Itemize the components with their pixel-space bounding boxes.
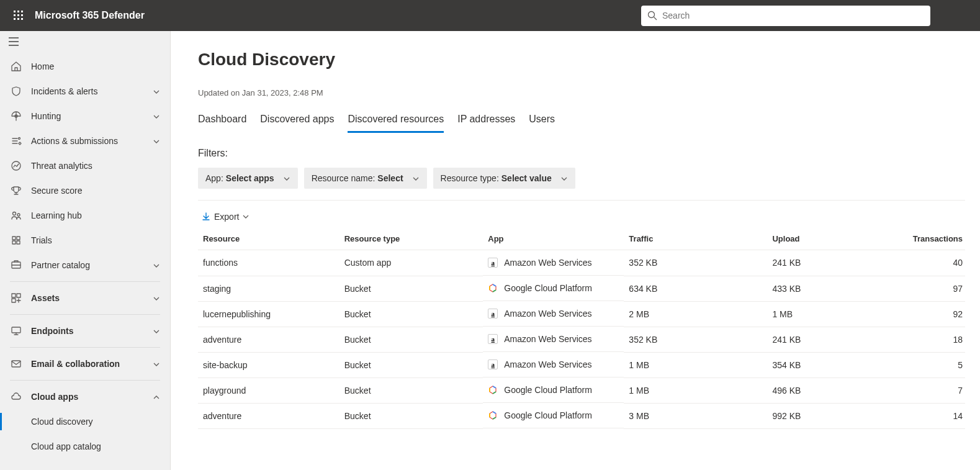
table-row[interactable]: site-backupBucketAmazon Web Services1 MB… xyxy=(198,352,965,377)
sidebar-item-hunting[interactable]: Hunting xyxy=(0,104,170,129)
sidebar-item-learning-hub[interactable]: Learning hub xyxy=(0,203,170,228)
cell-transactions: 5 xyxy=(908,352,965,377)
column-header-upload[interactable]: Upload xyxy=(767,228,907,250)
svg-rect-0 xyxy=(14,11,16,12)
page-title: Cloud Discovery xyxy=(198,50,965,70)
cell-traffic: 634 KB xyxy=(624,276,767,301)
cell-app: Google Cloud Platform xyxy=(483,276,624,301)
tab-discovered-apps[interactable]: Discovered apps xyxy=(260,109,334,133)
sidebar-item-label: Home xyxy=(31,61,160,71)
cell-resource: playground xyxy=(198,377,339,403)
sidebar-item-label: Partner catalog xyxy=(31,260,153,270)
chevron-down-icon xyxy=(153,293,160,303)
table-row[interactable]: adventureBucketAmazon Web Services352 KB… xyxy=(198,327,965,352)
email-icon xyxy=(10,358,22,370)
chevron-down-icon xyxy=(412,173,420,183)
sidebar-item-home[interactable]: Home xyxy=(0,54,170,79)
cell-app: Amazon Web Services xyxy=(483,327,624,352)
svg-point-9 xyxy=(649,12,655,18)
chevron-down-icon xyxy=(153,136,160,146)
table-row[interactable]: playgroundBucketGoogle Cloud Platform1 M… xyxy=(198,377,965,403)
column-header-transactions[interactable]: Transactions xyxy=(908,228,965,250)
sidebar-item-assets[interactable]: Assets xyxy=(0,286,170,310)
table-row[interactable]: functionsCustom appAmazon Web Services35… xyxy=(198,250,965,276)
filter-row: App:Select appsResource name:SelectResou… xyxy=(198,168,965,201)
sidebar-item-endpoints[interactable]: Endpoints xyxy=(0,319,170,343)
cell-resource: staging xyxy=(198,276,339,301)
nav-divider xyxy=(10,314,160,315)
svg-line-10 xyxy=(654,17,657,20)
table-row[interactable]: lucernepublishingBucketAmazon Web Servic… xyxy=(198,301,965,327)
export-button[interactable]: Export xyxy=(202,212,249,222)
trials-icon xyxy=(10,234,22,246)
svg-point-15 xyxy=(19,138,20,140)
sidebar-item-incidents-alerts[interactable]: Incidents & alerts xyxy=(0,79,170,104)
cell-upload: 354 KB xyxy=(767,352,907,377)
download-icon xyxy=(202,212,210,221)
table-row[interactable]: adventureBucketGoogle Cloud Platform3 MB… xyxy=(198,403,965,428)
filter-app-[interactable]: App:Select apps xyxy=(198,168,298,189)
search-box[interactable] xyxy=(641,6,930,26)
svg-rect-25 xyxy=(17,294,20,297)
target-icon xyxy=(10,110,22,122)
aws-icon xyxy=(488,309,498,319)
sidebar-item-label: Incidents & alerts xyxy=(31,86,153,96)
sidebar-item-threat-analytics[interactable]: Threat analytics xyxy=(0,153,170,178)
cell-transactions: 40 xyxy=(908,250,965,276)
analytics-icon xyxy=(10,160,22,172)
sidebar-item-cloud-discovery[interactable]: Cloud discovery xyxy=(0,409,170,434)
resources-table: ResourceResource typeAppTrafficUploadTra… xyxy=(198,228,965,429)
tab-discovered-resources[interactable]: Discovered resources xyxy=(348,109,444,133)
svg-rect-26 xyxy=(12,299,16,302)
column-header-traffic[interactable]: Traffic xyxy=(624,228,767,250)
sidebar-toggle[interactable] xyxy=(0,31,170,54)
column-header-app[interactable]: App xyxy=(483,228,624,250)
cell-upload: 433 KB xyxy=(767,276,907,301)
filter-value: Select apps xyxy=(226,173,274,183)
sidebar-item-label: Endpoints xyxy=(31,326,153,336)
svg-point-18 xyxy=(17,214,20,216)
shield-icon xyxy=(10,85,22,97)
tab-bar: DashboardDiscovered appsDiscovered resou… xyxy=(198,109,965,133)
cell-type: Bucket xyxy=(339,327,483,352)
sidebar-item-secure-score[interactable]: Secure score xyxy=(0,178,170,203)
cell-traffic: 352 KB xyxy=(624,327,767,352)
sidebar-item-cloud-apps[interactable]: Cloud apps xyxy=(0,384,170,409)
cloud-icon xyxy=(10,391,22,403)
aws-icon xyxy=(488,359,498,369)
partner-icon xyxy=(10,259,22,271)
filter-resource-name-[interactable]: Resource name:Select xyxy=(304,168,427,189)
svg-rect-1 xyxy=(17,11,19,12)
sidebar-item-email-collaboration[interactable]: Email & collaboration xyxy=(0,351,170,376)
sidebar-item-trials[interactable]: Trials xyxy=(0,228,170,253)
gcp-icon xyxy=(488,410,498,420)
cell-transactions: 14 xyxy=(908,403,965,428)
tab-users[interactable]: Users xyxy=(529,109,555,133)
sidebar-item-label: Actions & submissions xyxy=(31,136,153,146)
sidebar-item-label: Email & collaboration xyxy=(31,359,153,369)
table-row[interactable]: stagingBucketGoogle Cloud Platform634 KB… xyxy=(198,276,965,301)
sidebar-item-cloud-app-catalog[interactable]: Cloud app catalog xyxy=(0,434,170,459)
filter-resource-type-[interactable]: Resource type:Select value xyxy=(433,168,575,189)
cell-resource: adventure xyxy=(198,403,339,428)
cell-transactions: 18 xyxy=(908,327,965,352)
column-header-resource[interactable]: Resource xyxy=(198,228,339,250)
main-content: Cloud Discovery Updated on Jan 31, 2023,… xyxy=(171,31,980,470)
app-launcher-icon[interactable] xyxy=(9,6,29,25)
tab-ip-addresses[interactable]: IP addresses xyxy=(457,109,515,133)
cell-traffic: 1 MB xyxy=(624,352,767,377)
sidebar-item-label: Threat analytics xyxy=(31,161,160,171)
svg-rect-21 xyxy=(12,241,16,244)
search-input[interactable] xyxy=(662,11,924,20)
sidebar-item-actions-submissions[interactable]: Actions & submissions xyxy=(0,129,170,153)
home-icon xyxy=(10,60,22,73)
chevron-up-icon xyxy=(153,392,160,402)
column-header-resource-type[interactable]: Resource type xyxy=(339,228,483,250)
svg-rect-5 xyxy=(21,14,23,16)
chevron-down-icon xyxy=(153,260,160,270)
tab-dashboard[interactable]: Dashboard xyxy=(198,109,246,133)
svg-rect-28 xyxy=(12,361,20,367)
actions-icon xyxy=(10,135,22,147)
cell-type: Bucket xyxy=(339,352,483,377)
sidebar-item-partner-catalog[interactable]: Partner catalog xyxy=(0,253,170,278)
